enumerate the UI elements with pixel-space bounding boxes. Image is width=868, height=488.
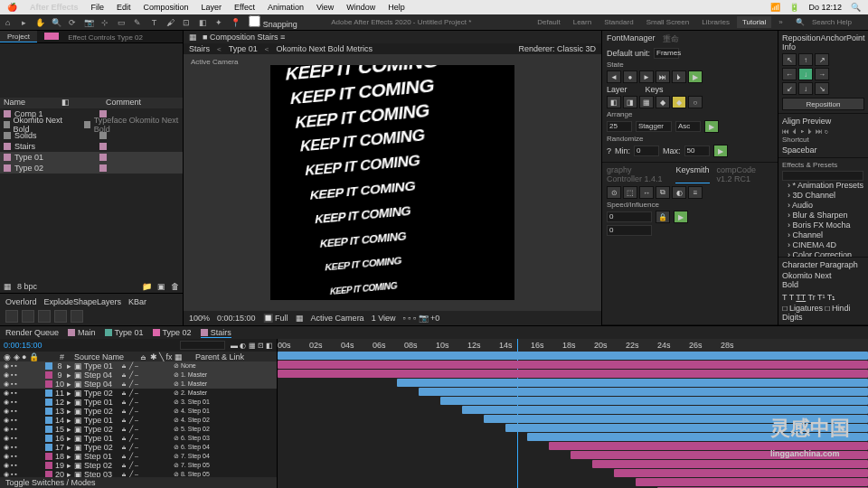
anchor-c[interactable]: ↓ (798, 68, 813, 80)
battery-icon[interactable]: 🔋 (789, 3, 799, 12)
font-select[interactable]: Okomito Next (782, 271, 845, 280)
anchor-l[interactable]: ← (782, 68, 797, 80)
weight-select[interactable]: Bold (782, 280, 845, 289)
timeline-tab[interactable]: Render Queue (5, 328, 59, 337)
anchor-tool[interactable]: ⊹ (99, 16, 111, 29)
ws-standard[interactable]: Standard (599, 16, 638, 28)
min-input[interactable]: 0 (634, 145, 659, 156)
tab-overlord[interactable]: Overlord (5, 297, 37, 306)
overlord-btn-3[interactable] (38, 310, 51, 323)
menu-layer[interactable]: Layer (202, 3, 222, 12)
layer-bar[interactable] (527, 433, 868, 441)
layer-row[interactable]: ◉ ▪ ▪13▸ ▣ Type 02🜁 ╱ –⊘ 4. Step 01 (0, 407, 277, 416)
bpc-toggle[interactable]: 8 bpc (17, 282, 37, 291)
interpret-icon[interactable]: ▦ (4, 282, 12, 291)
state-skip[interactable]: ⏭ (656, 70, 670, 83)
ks-b2[interactable]: ⬚ (623, 186, 637, 199)
camera-select[interactable]: Active Camera (311, 314, 364, 323)
layer-bar[interactable] (397, 379, 868, 387)
type-tool[interactable]: T (147, 16, 160, 29)
preset-item[interactable]: › Boris FX Mocha (782, 221, 864, 230)
views-select[interactable]: 1 View (372, 314, 396, 323)
overlord-btn-5[interactable] (71, 310, 83, 323)
anchor-r[interactable]: → (815, 68, 829, 80)
timeline-tab[interactable]: Type 01 (105, 328, 144, 337)
crumb-metrics[interactable]: Okomito Next Bold Metrics (276, 44, 373, 53)
project-item[interactable]: Stairs (0, 141, 183, 152)
stagger-select[interactable]: Stagger (636, 121, 672, 132)
speed-apply[interactable]: ▶ (674, 211, 688, 223)
ws-libraries[interactable]: Libraries (696, 16, 735, 28)
col-type-icon[interactable]: ◧ (61, 98, 70, 108)
layer-btn1[interactable]: ◧ (607, 96, 621, 108)
effects-search[interactable] (782, 171, 863, 181)
overlord-btn-4[interactable] (54, 310, 67, 323)
trash-icon[interactable]: 🗑 (171, 282, 179, 291)
asc-select[interactable]: Asc (675, 121, 701, 132)
anchor-br[interactable]: ↘ (815, 82, 829, 95)
arrange-count[interactable]: 25 (607, 121, 632, 132)
viewer-time[interactable]: 0:00:15:00 (217, 314, 256, 323)
speed-lock-icon[interactable]: 🔒 (656, 211, 670, 223)
preset-item[interactable]: › Blur & Sharpen (782, 211, 864, 221)
crumb-stairs[interactable]: Stairs (189, 44, 210, 53)
layer-row[interactable]: ◉ ▪ ▪20▸ ▣ Step 03🜁 ╱ –⊘ 8. Step 05 (0, 470, 277, 477)
text-layer[interactable]: KEEP IT COMING (309, 178, 417, 203)
layer-row[interactable]: ◉ ▪ ▪10▸ ▣ Step 04🜁 ╱ –⊘ 1. Master (0, 380, 277, 389)
wifi-icon[interactable]: 📶 (770, 3, 780, 12)
layer-bar[interactable] (505, 424, 868, 432)
layer-bar[interactable] (636, 478, 868, 486)
menu-file[interactable]: File (91, 3, 105, 12)
anchor-t[interactable]: ↑ (798, 53, 813, 66)
footage-icon[interactable]: ▦ (189, 33, 197, 42)
preset-item[interactable]: › * Animation Presets (782, 181, 864, 191)
overlord-btn-2[interactable] (22, 310, 34, 323)
timeline-tab[interactable]: Main (68, 328, 96, 337)
tab-explode[interactable]: ExplodeShapeLayers (44, 297, 122, 306)
layer-row[interactable]: ◉ ▪ ▪19▸ ▣ Step 02🜁 ╱ –⊘ 7. Step 05 (0, 461, 277, 470)
layer-bar[interactable] (440, 397, 868, 405)
text-layer[interactable]: KEEP IT COMING (325, 255, 402, 272)
state-cur[interactable]: ● (623, 70, 637, 83)
layer-btn6[interactable]: ○ (688, 96, 703, 108)
help-icon[interactable]: ? (607, 146, 611, 155)
fontmanager-title[interactable]: FontManager (607, 33, 656, 45)
state-next[interactable]: ► (639, 70, 654, 83)
randomize-go[interactable]: ▶ (713, 145, 728, 157)
anchor-tr[interactable]: ↗ (815, 53, 829, 66)
layer-row[interactable]: ◉ ▪ ▪12▸ ▣ Type 01🜁 ╱ –⊘ 3. Step 01 (0, 398, 277, 407)
layer-bar[interactable] (571, 451, 868, 459)
ws-tutorial[interactable]: Tutorial (737, 16, 771, 28)
snapping-toggle[interactable]: Snapping (249, 15, 297, 29)
apple-icon[interactable]: 🍎 (7, 3, 17, 12)
search-help[interactable]: 🔍 Search Help (790, 16, 863, 28)
shape-tool[interactable]: ▭ (115, 16, 127, 29)
col-name[interactable]: Name (4, 98, 25, 108)
text-layer[interactable]: KEEP IT COMING (298, 127, 425, 156)
layer-btn4[interactable]: ◆ (656, 96, 670, 108)
eraser-tool[interactable]: ◧ (196, 16, 209, 29)
menu-window[interactable]: Window (346, 3, 375, 12)
roto-tool[interactable]: ✦ (212, 16, 225, 29)
view-opts[interactable]: ▫ ▫ ▫ 📷 +0 (403, 314, 440, 323)
shortcut-input[interactable]: Spacebar (782, 145, 854, 155)
menu-animation[interactable]: Animation (268, 3, 304, 12)
tl-opt-icons[interactable]: ▬ ◐ ▦ ⊡ ◧ (231, 342, 273, 350)
ks-b4[interactable]: ⧉ (656, 186, 670, 199)
tab-composition[interactable]: ■ Composition Stairs ≡ (203, 33, 285, 42)
state-end[interactable]: ⏵ (672, 70, 686, 83)
layer-bar[interactable] (614, 469, 868, 477)
camera-tool[interactable]: 📷 (82, 16, 95, 29)
layer-row[interactable]: ◉ ▪ ▪16▸ ▣ Type 01🜁 ╱ –⊘ 6. Step 03 (0, 434, 277, 443)
overlord-btn-1[interactable] (5, 310, 18, 323)
layer-bar[interactable] (278, 361, 868, 369)
arrange-go[interactable]: ▶ (704, 120, 719, 133)
timeline-tab[interactable]: Type 02 (153, 328, 192, 337)
ks-b6[interactable]: ≡ (688, 186, 703, 199)
tab-effect-controls[interactable]: Effect Controls Type 02 (37, 31, 157, 42)
new-folder-icon[interactable]: 📁 (142, 282, 152, 291)
text-layer[interactable]: KEEP IT COMING (304, 152, 420, 180)
layer-bar[interactable] (278, 370, 868, 378)
menu-view[interactable]: View (316, 3, 334, 12)
preset-item[interactable]: › Color Correction (782, 250, 864, 258)
